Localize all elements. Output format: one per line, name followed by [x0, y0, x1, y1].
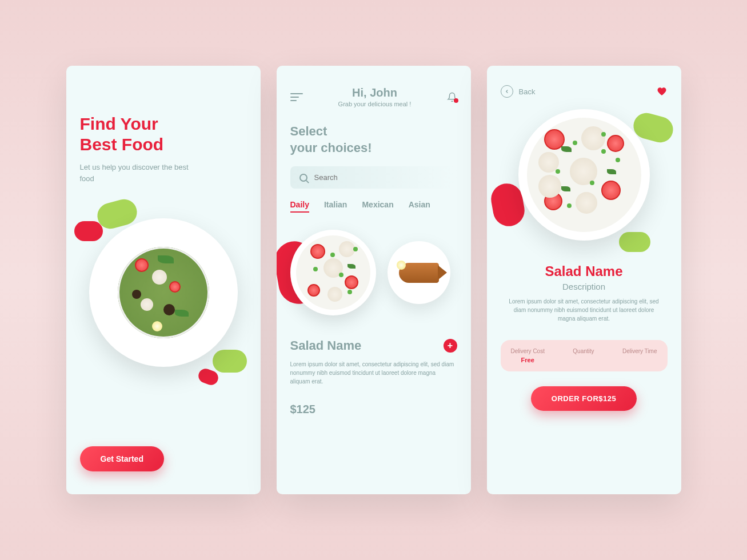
delivery-time-label: Delivery Time: [622, 348, 657, 354]
greeting-subtitle: Grab your delicious meal !: [338, 101, 412, 107]
item-price: $125: [290, 403, 457, 416]
detail-illustration: [501, 109, 668, 258]
quantity[interactable]: Quantity: [573, 348, 594, 363]
category-tabs: Daily Italian Mexican Asian: [290, 200, 457, 213]
get-started-button[interactable]: Get Started: [80, 446, 164, 471]
home-screen: Hi, John Grab your delicious meal ! Sele…: [277, 66, 471, 494]
home-header: Hi, John Grab your delicious meal !: [290, 86, 457, 107]
quantity-label: Quantity: [573, 348, 594, 354]
delivery-cost: Delivery Cost Free: [511, 348, 545, 363]
onboarding-subtitle: Let us help you discover the best food: [80, 162, 194, 184]
tab-daily[interactable]: Daily: [290, 200, 309, 213]
tab-mexican[interactable]: Mexican: [362, 200, 393, 213]
detail-screen: Back: [487, 66, 681, 494]
detail-header: Back: [501, 85, 668, 98]
tab-asian[interactable]: Asian: [409, 200, 430, 213]
back-button[interactable]: Back: [501, 85, 536, 98]
menu-icon[interactable]: [290, 93, 303, 101]
description-label: Description: [501, 282, 668, 291]
search-bar[interactable]: [290, 166, 457, 189]
item-name: Salad Name: [290, 338, 362, 353]
greeting: Hi, John Grab your delicious meal !: [338, 86, 412, 107]
notification-icon[interactable]: [447, 91, 457, 103]
tab-italian[interactable]: Italian: [324, 200, 347, 213]
quantity-value: [573, 357, 594, 363]
onboarding-title: Find Your Best Food: [80, 114, 247, 155]
delivery-time: Delivery Time: [622, 348, 657, 363]
search-input[interactable]: [314, 173, 448, 182]
back-arrow-icon: [501, 85, 513, 98]
blob-decoration: [619, 232, 650, 252]
food-carousel[interactable]: [290, 224, 457, 321]
greeting-name: Hi, John: [338, 86, 412, 99]
search-icon: [299, 174, 307, 182]
description-text: Lorem ipsum dolor sit amet, consectetur …: [501, 297, 668, 323]
carousel-item-fish[interactable]: [388, 241, 450, 304]
back-label: Back: [519, 87, 536, 96]
title-line-2: Best Food: [80, 135, 164, 154]
plate-icon: [518, 109, 650, 241]
hero-illustration: [80, 207, 247, 390]
favorite-icon[interactable]: [656, 86, 668, 97]
detail-title: Salad Name: [501, 263, 668, 279]
onboarding-screen: Find Your Best Food Let us help you disc…: [66, 66, 261, 494]
title-line-1: Find Your: [80, 114, 158, 133]
order-button[interactable]: ORDER FOR$125: [531, 386, 637, 411]
plate-icon: [89, 218, 238, 367]
item-description: Lorem ipsum dolor sit amet, consectetur …: [290, 360, 457, 386]
carousel-item-salad[interactable]: [290, 230, 376, 315]
delivery-cost-label: Delivery Cost: [511, 348, 545, 354]
notification-dot: [454, 98, 458, 103]
blob-decoration: [74, 221, 103, 241]
select-line-1: Select: [290, 124, 327, 138]
select-heading: Select your choices!: [290, 123, 457, 156]
delivery-time-value: [622, 357, 657, 363]
order-info-bar: Delivery Cost Free Quantity Delivery Tim…: [501, 340, 668, 371]
select-line-2: your choices!: [290, 141, 372, 155]
blob-decoration: [213, 350, 247, 373]
item-title-row: Salad Name +: [290, 338, 457, 353]
add-button[interactable]: +: [444, 339, 457, 353]
delivery-cost-value: Free: [511, 357, 545, 363]
